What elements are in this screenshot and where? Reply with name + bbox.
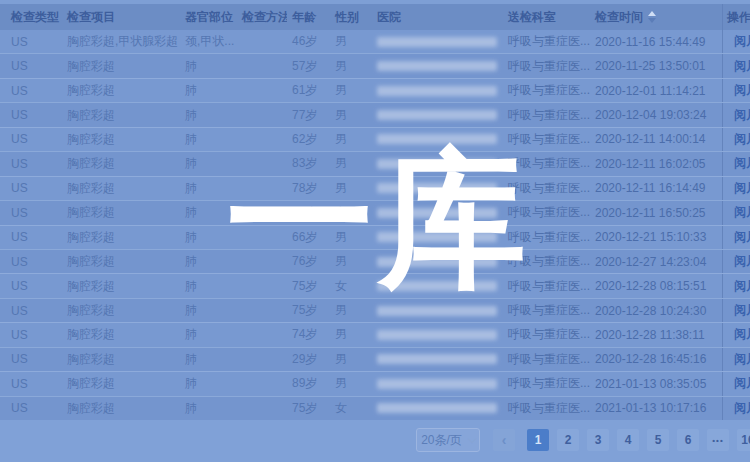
table-row: US 胸腔彩超 肺 57岁 男 呼吸与重症医... 2020-11-25 13:… [0,53,750,77]
cell-department: 呼吸与重症医... [503,30,590,53]
view-film-link[interactable]: 阅片 [734,351,750,368]
hospital-redacted-bar [377,134,497,144]
hospital-redacted-bar [377,354,497,364]
cell-check-type: US [0,274,62,297]
sort-desc-icon[interactable] [648,18,656,23]
cell-hospital [372,372,503,395]
view-film-link[interactable]: 阅片 [734,82,750,99]
cell-check-time: 2021-01-13 08:35:05 [590,372,722,395]
table-row: US 胸腔彩超 肺 77岁 男 呼吸与重症医... 2020-12-04 19:… [0,102,750,126]
pager: 20条/页 ‹ 1 2 3 4 5 6 ••• 16 [416,428,750,452]
view-film-link[interactable]: 阅片 [734,155,750,172]
cell-organ-site: 肺 [180,103,237,126]
table-row: US 胸腔彩超 肺 75岁 女 呼吸与重症医... 2021-01-13 10:… [0,396,750,420]
cell-department: 呼吸与重症医... [503,274,590,297]
hospital-redacted-bar [377,110,497,120]
cell-check-time: 2020-12-27 14:23:04 [590,250,722,273]
cell-hospital [372,177,503,200]
cell-actions: 阅片 [722,177,750,200]
cell-check-item: 胸腔彩超 [62,250,180,273]
hospital-redacted-bar [377,232,497,242]
cell-check-type: US [0,201,62,224]
page-button[interactable]: 3 [587,429,609,451]
view-film-link[interactable]: 阅片 [734,278,750,295]
view-film-link[interactable]: 阅片 [734,107,750,124]
cell-check-time: 2020-12-11 16:14:49 [590,177,722,200]
cell-check-method [237,372,287,395]
cell-department: 呼吸与重症医... [503,201,590,224]
cell-department: 呼吸与重症医... [503,372,590,395]
page-button[interactable]: ••• [707,429,729,451]
cell-check-time: 2021-01-13 10:17:16 [590,397,722,420]
view-film-link[interactable]: 阅片 [734,131,750,148]
page-size-select[interactable]: 20条/页 [416,428,480,452]
table-row: US 胸腔彩超 肺 89岁 男 呼吸与重症医... 2021-01-13 08:… [0,371,750,395]
cell-department: 呼吸与重症医... [503,54,590,77]
view-film-link[interactable]: 阅片 [734,302,750,319]
cell-check-type: US [0,250,62,273]
table-row: US 胸腔彩超 肺 83岁 男 呼吸与重症医... 2020-12-11 16:… [0,151,750,175]
cell-age: 76岁 [287,201,330,224]
cell-actions: 阅片 [722,54,750,77]
sort-icon[interactable] [648,11,656,23]
view-film-link[interactable]: 阅片 [734,375,750,392]
cell-gender: 女 [330,274,372,297]
table-row: US 胸腔彩超 肺 61岁 男 呼吸与重症医... 2020-12-01 11:… [0,78,750,102]
cell-gender: 女 [330,201,372,224]
page-button[interactable]: 4 [617,429,639,451]
view-film-link[interactable]: 阅片 [734,58,750,75]
page-button[interactable]: 5 [647,429,669,451]
cell-gender: 男 [330,299,372,322]
cell-organ-site: 肺 [180,201,237,224]
view-film-link[interactable]: 阅片 [734,326,750,343]
cell-organ-site: 肺 [180,372,237,395]
header-gender: 性别 [330,4,372,30]
cell-age: 76岁 [287,250,330,273]
cell-check-type: US [0,79,62,102]
cell-check-time: 2020-12-11 16:02:05 [590,152,722,175]
cell-check-type: US [0,372,62,395]
sort-asc-icon[interactable] [648,11,656,16]
cell-check-item: 胸腔彩超 [62,274,180,297]
cell-hospital [372,226,503,249]
cell-check-method [237,323,287,346]
cell-department: 呼吸与重症医... [503,323,590,346]
hospital-redacted-bar [377,281,497,291]
header-actions: 操作 [722,4,750,30]
cell-check-type: US [0,348,62,371]
header-check-time[interactable]: 检查时间 [590,4,722,30]
cell-check-time: 2020-12-28 10:24:30 [590,299,722,322]
chevron-down-icon [468,434,476,442]
cell-actions: 阅片 [722,299,750,322]
hospital-redacted-bar [377,208,497,218]
prev-page-button[interactable]: ‹ [493,429,515,451]
cell-check-item: 胸腔彩超 [62,152,180,175]
cell-check-item: 胸腔彩超 [62,177,180,200]
table-row: US 胸腔彩超 肺 76岁 男 呼吸与重症医... 2020-12-27 14:… [0,249,750,273]
page-button[interactable]: 6 [677,429,699,451]
view-film-link[interactable]: 阅片 [734,204,750,221]
cell-check-method [237,226,287,249]
view-film-link[interactable]: 阅片 [734,253,750,270]
view-film-link[interactable]: 阅片 [734,229,750,246]
cell-gender: 男 [330,348,372,371]
view-film-link[interactable]: 阅片 [734,180,750,197]
page-button[interactable]: 16 [737,429,750,451]
table-row: US 胸腔彩超,甲状腺彩超 颈,甲状... 46岁 男 呼吸与重症医... 20… [0,30,750,53]
cell-age: 62岁 [287,128,330,151]
cell-check-method [237,397,287,420]
page-button[interactable]: 2 [557,429,579,451]
cell-age: 29岁 [287,348,330,371]
page-button[interactable]: 1 [527,429,549,451]
cell-actions: 阅片 [722,30,750,53]
cell-check-item: 胸腔彩超 [62,397,180,420]
cell-check-time: 2020-12-04 19:03:24 [590,103,722,126]
cell-check-method [237,152,287,175]
header-check-time-label: 检查时间 [595,9,643,26]
cell-department: 呼吸与重症医... [503,152,590,175]
table-header-row: 检查类型 检查项目 器官部位 检查方法 年龄 性别 医院 送检科室 检查时间 操… [0,4,750,30]
view-film-link[interactable]: 阅片 [734,400,750,417]
cell-check-time: 2020-12-01 11:14:21 [590,79,722,102]
view-film-link[interactable]: 阅片 [734,33,750,50]
cell-actions: 阅片 [722,201,750,224]
